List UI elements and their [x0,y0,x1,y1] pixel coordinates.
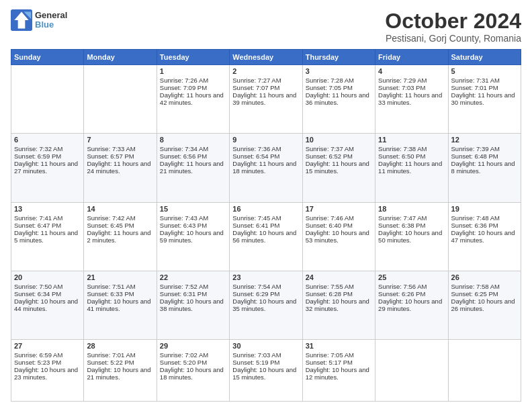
sunrise-text: Sunrise: 7:34 AM [160,145,226,152]
sunset-text: Sunset: 5:20 PM [160,359,226,366]
daylight-text: Daylight: 10 hours and 18 minutes. [160,366,226,381]
sunrise-text: Sunrise: 7:01 AM [87,351,153,359]
table-row [375,340,448,402]
day-number: 4 [378,67,445,75]
sunset-text: Sunset: 6:26 PM [378,290,445,298]
sunrise-text: Sunrise: 7:45 AM [232,214,299,222]
sunrise-text: Sunrise: 7:39 AM [451,145,518,152]
sunset-text: Sunset: 7:01 PM [451,84,518,91]
daylight-text: Daylight: 10 hours and 50 minutes. [378,229,445,244]
table-row: 23Sunrise: 7:54 AMSunset: 6:29 PMDayligh… [230,271,302,339]
sunset-text: Sunset: 6:25 PM [451,290,518,298]
logo-line2: Blue [35,20,67,30]
daylight-text: Daylight: 11 hours and 2 minutes. [87,229,153,244]
sunset-text: Sunset: 6:33 PM [87,290,153,298]
table-row: 18Sunrise: 7:47 AMSunset: 6:38 PMDayligh… [375,202,448,271]
daylight-text: Daylight: 11 hours and 39 minutes. [232,91,299,106]
table-row: 29Sunrise: 7:02 AMSunset: 5:20 PMDayligh… [157,340,229,402]
day-number: 17 [306,205,372,213]
page: General Blue October 2024 Pestisani, Gor… [0,0,532,411]
daylight-text: Daylight: 11 hours and 36 minutes. [306,91,372,106]
table-row: 27Sunrise: 6:59 AMSunset: 5:23 PMDayligh… [11,340,84,402]
sunset-text: Sunset: 6:47 PM [14,222,81,229]
header-tuesday: Tuesday [157,50,229,65]
daylight-text: Daylight: 11 hours and 18 minutes. [232,160,299,175]
table-row [448,340,521,402]
table-row: 31Sunrise: 7:05 AMSunset: 5:17 PMDayligh… [302,340,375,402]
sunset-text: Sunset: 6:41 PM [232,222,299,229]
sunrise-text: Sunrise: 7:46 AM [306,214,372,222]
day-number: 14 [87,205,153,213]
daylight-text: Daylight: 10 hours and 41 minutes. [87,298,153,312]
sunrise-text: Sunrise: 7:55 AM [306,283,372,290]
sunrise-text: Sunrise: 7:27 AM [232,77,299,84]
daylight-text: Daylight: 10 hours and 38 minutes. [160,298,226,312]
table-row: 28Sunrise: 7:01 AMSunset: 5:22 PMDayligh… [84,340,157,402]
sunset-text: Sunset: 6:31 PM [160,290,226,298]
logo-icon [11,9,32,31]
sunrise-text: Sunrise: 7:48 AM [451,214,518,222]
sunrise-text: Sunrise: 7:58 AM [451,283,518,290]
day-number: 24 [306,273,372,281]
daylight-text: Daylight: 10 hours and 59 minutes. [160,229,226,244]
day-number: 8 [160,136,226,144]
daylight-text: Daylight: 11 hours and 8 minutes. [451,160,518,175]
table-row: 22Sunrise: 7:52 AMSunset: 6:31 PMDayligh… [157,271,229,339]
header: General Blue October 2024 Pestisani, Gor… [11,9,521,44]
sunrise-text: Sunrise: 7:02 AM [160,351,226,359]
calendar-table: Sunday Monday Tuesday Wednesday Thursday… [11,49,521,402]
sunset-text: Sunset: 6:29 PM [232,290,299,298]
daylight-text: Daylight: 11 hours and 42 minutes. [160,91,226,106]
sunset-text: Sunset: 5:23 PM [14,359,81,366]
sunset-text: Sunset: 5:19 PM [232,359,299,366]
sunrise-text: Sunrise: 7:50 AM [14,283,81,290]
day-number: 21 [87,273,153,281]
table-row: 16Sunrise: 7:45 AMSunset: 6:41 PMDayligh… [230,202,302,271]
table-row: 20Sunrise: 7:50 AMSunset: 6:34 PMDayligh… [11,271,84,339]
day-number: 5 [451,67,518,75]
day-number: 12 [451,136,518,144]
table-row: 4Sunrise: 7:29 AMSunset: 7:03 PMDaylight… [375,65,448,134]
sunset-text: Sunset: 7:05 PM [306,84,372,91]
daylight-text: Daylight: 11 hours and 27 minutes. [14,160,81,175]
sunrise-text: Sunrise: 7:05 AM [306,351,372,359]
day-number: 30 [232,342,299,350]
title-block: October 2024 Pestisani, Gorj County, Rom… [385,9,521,44]
daylight-text: Daylight: 10 hours and 29 minutes. [378,298,445,312]
sunset-text: Sunset: 6:43 PM [160,222,226,229]
table-row: 19Sunrise: 7:48 AMSunset: 6:36 PMDayligh… [448,202,521,271]
table-row [84,65,157,134]
logo-line1: General [35,11,67,20]
table-row: 2Sunrise: 7:27 AMSunset: 7:07 PMDaylight… [230,65,302,134]
sunset-text: Sunset: 6:34 PM [14,290,81,298]
day-number: 19 [451,205,518,213]
sunrise-text: Sunrise: 7:33 AM [87,145,153,152]
table-row: 15Sunrise: 7:43 AMSunset: 6:43 PMDayligh… [157,202,229,271]
sunrise-text: Sunrise: 7:28 AM [306,77,372,84]
daylight-text: Daylight: 10 hours and 15 minutes. [232,366,299,381]
day-number: 2 [232,67,299,75]
daylight-text: Daylight: 11 hours and 21 minutes. [160,160,226,175]
daylight-text: Daylight: 11 hours and 11 minutes. [378,160,445,175]
daylight-text: Daylight: 11 hours and 33 minutes. [378,91,445,106]
sunrise-text: Sunrise: 7:43 AM [160,214,226,222]
day-number: 11 [378,136,445,144]
header-friday: Friday [375,50,448,65]
table-row: 5Sunrise: 7:31 AMSunset: 7:01 PMDaylight… [448,65,521,134]
table-row: 26Sunrise: 7:58 AMSunset: 6:25 PMDayligh… [448,271,521,339]
sunset-text: Sunset: 6:52 PM [306,152,372,160]
table-row: 30Sunrise: 7:03 AMSunset: 5:19 PMDayligh… [230,340,302,402]
sunset-text: Sunset: 6:50 PM [378,152,445,160]
daylight-text: Daylight: 10 hours and 21 minutes. [87,366,153,381]
daylight-text: Daylight: 10 hours and 47 minutes. [451,229,518,244]
sunset-text: Sunset: 6:57 PM [87,152,153,160]
header-monday: Monday [84,50,157,65]
sunrise-text: Sunrise: 7:47 AM [378,214,445,222]
daylight-text: Daylight: 10 hours and 35 minutes. [232,298,299,312]
day-number: 29 [160,342,226,350]
sunrise-text: Sunrise: 7:38 AM [378,145,445,152]
table-row: 9Sunrise: 7:36 AMSunset: 6:54 PMDaylight… [230,134,302,202]
table-row: 12Sunrise: 7:39 AMSunset: 6:48 PMDayligh… [448,134,521,202]
day-number: 16 [232,205,299,213]
table-row: 8Sunrise: 7:34 AMSunset: 6:56 PMDaylight… [157,134,229,202]
